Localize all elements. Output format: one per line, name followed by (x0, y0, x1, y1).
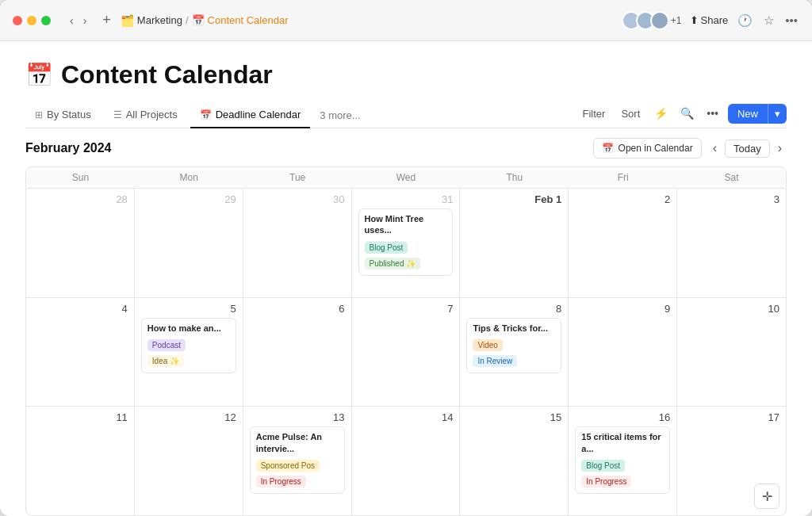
cal-cell-jan30[interactable]: 30 (243, 189, 352, 297)
cal-cell-feb10[interactable]: 10 (677, 298, 786, 407)
cal-cell-feb9[interactable]: 9 (569, 298, 677, 407)
event-how-to-make[interactable]: How to make an... Podcast Idea ✨ (141, 318, 236, 373)
cal-cell-feb7[interactable]: 7 (352, 298, 461, 407)
calendar-header-right: 📅 Open in Calendar ‹ Today › (593, 138, 787, 159)
avatar-3 (650, 11, 669, 30)
cal-cell-feb11[interactable]: 11 (26, 407, 135, 515)
event-tips-tricks-type: Video (473, 339, 502, 351)
cal-cell-jan28[interactable]: 28 (26, 189, 135, 297)
cal-date-feb9: 9 (575, 303, 670, 315)
cal-cell-feb2[interactable]: 2 (569, 189, 677, 297)
page-title-area: 📅 Content Calendar (25, 60, 787, 90)
cal-cell-feb13[interactable]: 13 Acme Pulse: An intervie... Sponsored … (243, 407, 352, 515)
today-button[interactable]: Today (725, 140, 770, 158)
new-button-label[interactable]: New (728, 104, 768, 124)
tabs: ⊞ By Status ☰ All Projects 📅 Deadline Ca… (25, 102, 787, 128)
cal-cell-feb17[interactable]: 17 ✛ (677, 407, 786, 515)
cal-cell-feb4[interactable]: 4 (26, 298, 135, 407)
calendar-app-icon: 📅 (602, 143, 614, 154)
cal-cell-feb14[interactable]: 14 (352, 407, 461, 515)
fullscreen-button[interactable] (41, 16, 51, 25)
event-how-mint-tree[interactable]: How Mint Tree uses... Blog Post Publishe… (358, 208, 454, 276)
event-acme-pulse[interactable]: Acme Pulse: An intervie... Sponsored Pos… (250, 426, 345, 494)
lightning-button[interactable]: ⚡ (651, 104, 671, 123)
cal-date-feb11: 11 (33, 411, 128, 423)
close-button[interactable] (13, 16, 22, 25)
event-tips-tricks-status: In Review (473, 355, 517, 367)
event-how-mint-tree-title: How Mint Tree uses... (365, 213, 447, 236)
event-how-to-make-status: Idea ✨ (147, 355, 184, 367)
cal-cell-jan29[interactable]: 29 (135, 189, 243, 297)
history-button[interactable]: 🕐 (736, 12, 754, 29)
cal-cell-feb5[interactable]: 5 How to make an... Podcast Idea ✨ (135, 298, 243, 407)
cal-cell-feb16[interactable]: 16 15 critical items for a... Blog Post … (569, 407, 677, 515)
cal-date-feb3: 3 (684, 193, 779, 205)
traffic-lights (13, 16, 51, 25)
open-in-calendar-button[interactable]: 📅 Open in Calendar (593, 138, 702, 159)
cal-date-feb7: 7 (358, 303, 454, 315)
event-how-mint-tree-type: Blog Post (365, 242, 408, 254)
more-options-button[interactable]: ••• (703, 104, 722, 123)
tab-by-status-label: By Status (47, 109, 91, 120)
cal-cell-feb12[interactable]: 12 (135, 407, 243, 515)
cal-cell-feb8[interactable]: 8 Tips & Tricks for... Video In Review (460, 298, 569, 407)
breadcrumb-parent[interactable]: Marketing (137, 14, 182, 26)
calendar-month-label: February 2024 (25, 141, 112, 155)
day-header-tue: Tue (243, 167, 352, 188)
event-tips-tricks-title: Tips & Tricks for... (473, 323, 555, 334)
avatar-group: +1 (622, 11, 682, 30)
cal-cell-jan31[interactable]: 31 How Mint Tree uses... Blog Post Publi… (352, 189, 461, 297)
breadcrumb-parent-icon: 🗂️ (121, 14, 134, 27)
breadcrumb-current: 📅 Content Calendar (192, 14, 289, 26)
open-in-calendar-label: Open in Calendar (619, 143, 693, 154)
add-tab-button[interactable]: + (99, 12, 114, 29)
avatar-count: +1 (671, 15, 682, 26)
bookmark-button[interactable]: ☆ (762, 12, 776, 29)
filter-button[interactable]: Filter (578, 105, 611, 123)
cal-cell-feb1[interactable]: Feb 1 (460, 189, 569, 297)
cal-date-jan29: 29 (141, 193, 236, 205)
nav-forward-button[interactable]: › (80, 13, 90, 29)
titlebar: ‹ › + 🗂️ Marketing / 📅 Content Calendar … (0, 0, 812, 41)
cal-date-feb5: 5 (141, 303, 236, 315)
tab-all-projects-icon: ☰ (113, 109, 122, 120)
tab-all-projects[interactable]: ☰ All Projects (104, 102, 187, 128)
day-header-sun: Sun (26, 167, 135, 188)
search-button[interactable]: 🔍 (677, 104, 697, 123)
tab-all-projects-label: All Projects (126, 109, 178, 120)
day-header-fri: Fri (569, 167, 677, 188)
cal-date-feb2: 2 (575, 193, 670, 205)
calendar-week-1: 28 29 30 31 How Mint Tree uses... (26, 189, 786, 298)
share-button[interactable]: ⬆ Share (690, 14, 729, 26)
tab-by-status[interactable]: ⊞ By Status (25, 102, 101, 128)
cal-cell-feb6[interactable]: 6 (243, 298, 352, 407)
event-acme-pulse-title: Acme Pulse: An intervie... (256, 431, 339, 454)
breadcrumb-current-label: Content Calendar (208, 14, 289, 26)
new-button-dropdown[interactable]: ▾ (768, 104, 787, 124)
cal-cell-feb15[interactable]: 15 (460, 407, 569, 515)
page-title-icon: 📅 (25, 62, 53, 88)
cal-date-feb13: 13 (250, 411, 345, 423)
new-button-group[interactable]: New ▾ (728, 104, 787, 124)
event-tips-tricks[interactable]: Tips & Tricks for... Video In Review (466, 318, 561, 373)
corner-action-button[interactable]: ✛ (754, 484, 779, 509)
cal-date-feb1: Feb 1 (466, 193, 561, 205)
minimize-button[interactable] (27, 16, 36, 25)
cal-date-feb16: 16 (575, 411, 670, 423)
app-window: ‹ › + 🗂️ Marketing / 📅 Content Calendar … (0, 0, 812, 516)
nav-back-button[interactable]: ‹ (67, 13, 77, 29)
event-15-critical[interactable]: 15 critical items for a... Blog Post In … (575, 426, 670, 494)
cal-cell-feb3[interactable]: 3 (677, 189, 786, 297)
day-header-thu: Thu (460, 167, 569, 188)
tab-deadline-calendar-label: Deadline Calendar (216, 109, 301, 120)
calendar-weeks: 28 29 30 31 How Mint Tree uses... (26, 189, 786, 515)
share-label: Share (701, 14, 729, 26)
cal-date-jan30: 30 (250, 193, 345, 205)
calendar-next-button[interactable]: › (773, 140, 787, 157)
tab-more[interactable]: 3 more... (313, 103, 366, 128)
tab-deadline-calendar[interactable]: 📅 Deadline Calendar (190, 102, 311, 128)
more-button[interactable]: ••• (783, 12, 799, 29)
day-header-wed: Wed (352, 167, 461, 188)
calendar-prev-button[interactable]: ‹ (708, 140, 722, 157)
sort-button[interactable]: Sort (616, 105, 645, 123)
